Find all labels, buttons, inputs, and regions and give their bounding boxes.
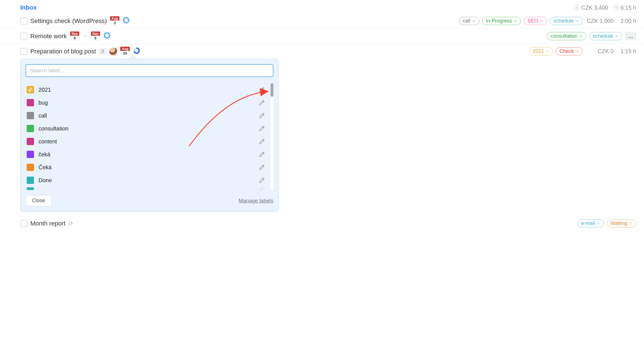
label-option[interactable]: consultation (26, 122, 266, 135)
label-color-swatch[interactable] (27, 164, 34, 171)
task-row[interactable]: Remote work Sep 8 → Sep 8 consultation✕ … (0, 29, 644, 44)
date-badge[interactable]: Aug 3 (110, 16, 120, 26)
avatar[interactable] (109, 48, 117, 55)
label-picker-popup: ✓ 2021 bug call consultation (20, 59, 279, 211)
remove-tag-icon[interactable]: ✕ (546, 49, 549, 54)
task-title: Month report (30, 220, 65, 227)
date-badge[interactable]: Aug 20 (120, 47, 130, 56)
label-color-swatch[interactable] (27, 112, 34, 119)
scrollbar-track[interactable] (271, 83, 273, 191)
label-option[interactable] (26, 187, 266, 191)
label-checkbox-checked[interactable]: ✓ (27, 86, 34, 93)
svg-point-0 (124, 18, 129, 23)
pencil-icon[interactable] (259, 138, 265, 145)
remove-tag-icon[interactable]: ✕ (579, 34, 583, 39)
manage-labels-link[interactable]: Manage labels (239, 198, 273, 204)
scrollbar-thumb[interactable] (271, 83, 273, 97)
label-color-swatch[interactable] (27, 99, 34, 106)
task-checkbox[interactable] (20, 48, 28, 55)
remove-tag-icon[interactable]: ✕ (629, 221, 632, 226)
task-checkbox[interactable] (20, 17, 28, 25)
label-color-swatch[interactable] (27, 125, 34, 132)
pencil-icon[interactable] (259, 125, 265, 132)
remove-tag-icon[interactable]: ✕ (575, 19, 579, 24)
progress-ring-icon (133, 47, 140, 56)
tag-waiting[interactable]: Waiting✕ (607, 219, 636, 227)
remove-tag-icon[interactable]: ✕ (575, 49, 579, 54)
label-option[interactable]: Done (26, 174, 266, 187)
task-title: Settings check (WordPress) (30, 17, 107, 25)
tag-email[interactable]: e-mail✕ (578, 219, 604, 227)
task-title: Preparation of blog post (30, 48, 96, 55)
tag-in-progress[interactable]: In-Progress✕ (482, 17, 521, 25)
tag-consultation[interactable]: consultation✕ (547, 32, 586, 40)
remove-tag-icon[interactable]: ✕ (514, 19, 517, 24)
label-list: ✓ 2021 bug call consultation (26, 83, 273, 191)
pencil-icon[interactable] (259, 112, 265, 119)
task-price: CZK 1,000 (586, 18, 614, 24)
task-row[interactable]: Month report ⟳ e-mail✕ Waiting✕ (0, 217, 644, 230)
arrow-right-icon: → (83, 33, 88, 39)
header-total-price: CZK 3,400 (581, 4, 608, 11)
tag-seo[interactable]: SEO✕ (524, 17, 547, 25)
label-option[interactable]: bug (26, 96, 266, 109)
remove-tag-icon[interactable]: ✕ (597, 221, 600, 226)
pencil-icon[interactable] (259, 100, 265, 106)
label-option[interactable]: čeká (26, 148, 266, 161)
remove-tag-icon[interactable]: ✕ (615, 34, 618, 39)
tag-schedule[interactable]: schedule✕ (550, 17, 583, 25)
pencil-icon[interactable] (259, 177, 265, 183)
task-row[interactable]: Settings check (WordPress) Aug 3 call✕ I… (0, 13, 644, 29)
pencil-icon[interactable] (259, 151, 265, 157)
task-time: 1:15 h (616, 48, 636, 55)
date-badge[interactable]: Sep 8 (70, 31, 80, 41)
progress-ring-icon (123, 17, 130, 25)
date-badge[interactable]: Sep 8 (90, 31, 101, 41)
clock-icon (613, 5, 619, 10)
pencil-icon[interactable] (259, 87, 265, 93)
label-option[interactable]: Čeká (26, 161, 266, 174)
pencil-icon[interactable] (259, 164, 265, 170)
progress-ring-icon (103, 32, 111, 40)
inbox-title[interactable]: Inbox (20, 4, 37, 11)
label-option[interactable]: content (26, 135, 266, 148)
label-option[interactable]: ✓ 2021 (26, 83, 266, 96)
refresh-icon[interactable]: ⟳ (68, 220, 73, 227)
pencil-icon[interactable] (259, 187, 265, 191)
label-color-swatch[interactable] (27, 151, 34, 158)
label-color-swatch[interactable] (27, 187, 34, 190)
task-row[interactable]: Preparation of blog post 3 Aug 20 2021✕ … (0, 44, 644, 59)
task-checkbox[interactable] (20, 33, 28, 40)
currency-icon: S (574, 5, 580, 10)
more-button[interactable]: ... (625, 32, 636, 40)
search-label-input[interactable] (26, 64, 273, 77)
tag-schedule[interactable]: schedule✕ (589, 32, 622, 40)
task-price: CZK 0 (586, 48, 614, 55)
remove-tag-icon[interactable]: ✕ (472, 19, 476, 24)
task-checkbox[interactable] (20, 220, 28, 227)
label-option[interactable]: call (26, 109, 266, 122)
tag-2021[interactable]: 2021✕ (529, 47, 553, 55)
label-color-swatch[interactable] (27, 138, 34, 145)
close-button[interactable]: Close (26, 195, 51, 206)
subtask-count-badge: 3 (99, 48, 106, 55)
remove-tag-icon[interactable]: ✕ (540, 19, 543, 24)
task-time: 2:00 h (616, 18, 636, 24)
tag-call[interactable]: call✕ (459, 17, 479, 25)
task-title: Remote work (30, 33, 67, 40)
label-color-swatch[interactable] (27, 177, 34, 184)
tag-check[interactable]: Check✕ (556, 47, 583, 55)
svg-point-1 (105, 33, 110, 38)
header-total-time: 6:15 h (620, 4, 636, 11)
